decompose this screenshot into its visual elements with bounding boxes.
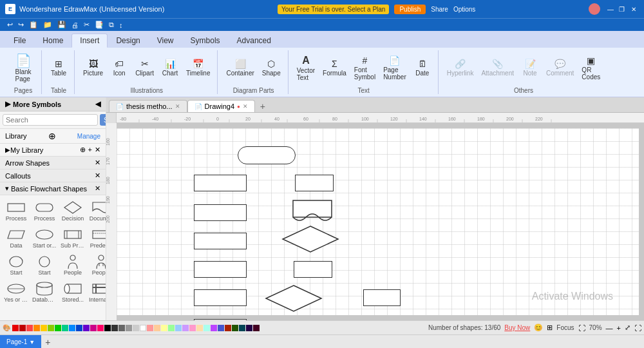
color-swatch-mint[interactable] xyxy=(204,325,210,331)
search-input[interactable] xyxy=(3,114,98,126)
restore-button[interactable]: ❐ xyxy=(617,4,627,14)
qa-btn-8[interactable]: 📑 xyxy=(93,20,106,30)
qa-btn-7[interactable]: ✂ xyxy=(82,20,91,30)
search-button[interactable]: Search xyxy=(100,114,106,126)
my-library-plus-icon[interactable]: + xyxy=(88,146,92,154)
tab-file[interactable]: File xyxy=(5,34,34,48)
tab-view[interactable]: View xyxy=(149,34,182,48)
color-swatch-cream[interactable] xyxy=(161,325,167,331)
callouts-close-icon[interactable]: ✕ xyxy=(95,171,100,180)
undo-button[interactable]: ↩ xyxy=(5,20,15,30)
color-swatch-medgray[interactable] xyxy=(126,325,132,331)
color-swatch-white[interactable] xyxy=(140,325,146,331)
color-swatch-darkblue[interactable] xyxy=(76,325,82,331)
container-button[interactable]: ⬜ Container xyxy=(223,57,257,79)
canvas-shape-diamond-2[interactable] xyxy=(265,284,323,313)
panel-collapse-button[interactable]: ◀ xyxy=(95,100,100,108)
shape-stored[interactable]: Stored... xyxy=(59,279,86,305)
color-swatch-bubblegum[interactable] xyxy=(189,325,196,331)
canvas-wrapper[interactable]: 160 170 180 190 200 xyxy=(106,123,644,320)
my-library-close-icon[interactable]: ✕ xyxy=(95,146,100,154)
manage-link[interactable]: Manage xyxy=(77,133,100,140)
table-button[interactable]: ⊞ Table xyxy=(47,57,70,79)
trial-badge[interactable]: Your Free Trial is over. Select a Plan xyxy=(278,5,389,14)
basic-flowchart-close-icon[interactable]: ✕ xyxy=(95,184,100,193)
canvas-shape-10[interactable] xyxy=(363,289,401,306)
color-swatch-lightgray[interactable] xyxy=(133,325,139,331)
color-swatch-darkgray[interactable] xyxy=(111,325,118,331)
redo-button[interactable]: ↪ xyxy=(16,20,26,30)
canvas-shape-5[interactable] xyxy=(194,261,247,278)
blank-page-button[interactable]: 📄 BlankPage xyxy=(9,52,37,85)
shape-document[interactable]: Docum... xyxy=(88,198,106,224)
color-swatch-brightred[interactable] xyxy=(26,325,33,331)
chart-button[interactable]: 📊 Chart xyxy=(158,57,182,79)
shape-start-2[interactable]: Start xyxy=(3,252,30,278)
color-swatch-tan[interactable] xyxy=(196,325,203,331)
shape-database[interactable]: Database xyxy=(31,279,58,305)
canvas-shape-9[interactable] xyxy=(294,261,332,278)
print-button[interactable]: 🖨 xyxy=(70,21,80,30)
shape-yesno[interactable]: Yes or No xyxy=(3,279,30,305)
shape-people-1[interactable]: People xyxy=(59,252,86,278)
shape-start-1[interactable]: Start or... xyxy=(31,225,58,251)
color-swatch-lightblue[interactable] xyxy=(175,325,182,331)
my-library-arrow[interactable]: ▶ xyxy=(5,146,10,153)
add-tab-button[interactable]: + xyxy=(256,101,269,112)
color-swatch-darkpurple[interactable] xyxy=(246,325,252,331)
my-library-add-icon[interactable]: ⊕ xyxy=(80,146,86,154)
fit-icon[interactable]: ⛶ xyxy=(634,324,641,332)
color-swatch-magenta[interactable] xyxy=(90,325,97,331)
doc-tab-drawing4[interactable]: 📄 Drawing4 ● ✕ xyxy=(187,100,255,112)
attachment-button[interactable]: 📎 Attachment xyxy=(478,57,517,79)
picture-button[interactable]: 🖼 Picture xyxy=(80,57,106,79)
canvas-shape-callout[interactable] xyxy=(292,199,337,225)
color-swatch-pink[interactable] xyxy=(97,325,104,331)
close-button[interactable]: ✕ xyxy=(629,4,639,14)
canvas-shape-6[interactable] xyxy=(194,289,247,306)
zoom-out-icon[interactable]: — xyxy=(606,324,613,332)
share-button[interactable]: Share xyxy=(431,6,448,13)
shape-subprocess[interactable]: Sub Pro... xyxy=(59,225,86,251)
shape-predefined[interactable]: Predef... xyxy=(88,225,106,251)
canvas-shape-8[interactable] xyxy=(295,175,334,191)
add-page-button[interactable]: + xyxy=(41,335,54,348)
canvas-grid[interactable]: Activate Windows xyxy=(117,128,639,315)
color-swatch-lightgreen[interactable] xyxy=(168,325,175,331)
callouts-section[interactable]: Callouts ✕ xyxy=(0,169,106,182)
expand-icon[interactable]: ⤢ xyxy=(625,324,630,332)
buy-now-link[interactable]: Buy Now xyxy=(504,324,530,331)
canvas-shape-4[interactable] xyxy=(194,233,247,249)
color-swatch-navy[interactable] xyxy=(218,325,224,331)
qa-btn-3[interactable]: 📋 xyxy=(27,20,40,30)
color-swatch-yellow[interactable] xyxy=(41,325,47,331)
timeline-button[interactable]: 📅 Timeline xyxy=(183,57,213,79)
color-swatch-gray[interactable] xyxy=(118,325,125,331)
layers-icon[interactable]: ⊞ xyxy=(547,324,553,332)
color-swatch-forest[interactable] xyxy=(232,325,238,331)
date-button[interactable]: 🗓 Date xyxy=(411,57,434,79)
tab-home[interactable]: Home xyxy=(34,34,71,48)
canvas-shape-3[interactable] xyxy=(194,204,247,221)
shape-decision[interactable]: Decision xyxy=(59,198,86,224)
color-swatch-violet[interactable] xyxy=(211,325,217,331)
clipart-button[interactable]: ✂ Clipart xyxy=(132,57,157,79)
tab-thesis-close-icon[interactable]: ✕ xyxy=(175,103,180,110)
doc-tab-thesis[interactable]: 📄 thesis metho... ✕ xyxy=(109,100,187,112)
color-swatch-purple[interactable] xyxy=(83,325,90,331)
canvas-shape-1[interactable] xyxy=(238,146,296,164)
zoom-in-icon[interactable]: + xyxy=(617,324,621,332)
shape-start-circle[interactable]: Start xyxy=(31,252,58,278)
tab-insert[interactable]: Insert xyxy=(71,34,108,48)
note-button[interactable]: 📝 Note xyxy=(518,57,542,79)
canvas-shape-7[interactable] xyxy=(194,319,247,320)
shape-internal[interactable]: Internal... xyxy=(88,279,106,305)
color-swatch-green[interactable] xyxy=(55,325,61,331)
color-swatch-red[interactable] xyxy=(12,325,19,331)
minimize-button[interactable]: — xyxy=(605,4,616,14)
status-icon-1[interactable]: 🎨 xyxy=(3,324,10,331)
shape-people-2[interactable]: People xyxy=(88,252,106,278)
page-1-tab[interactable]: Page-1 ▼ xyxy=(0,335,41,348)
color-swatch-darkred[interactable] xyxy=(19,325,26,331)
options-button[interactable]: Options xyxy=(453,6,475,13)
